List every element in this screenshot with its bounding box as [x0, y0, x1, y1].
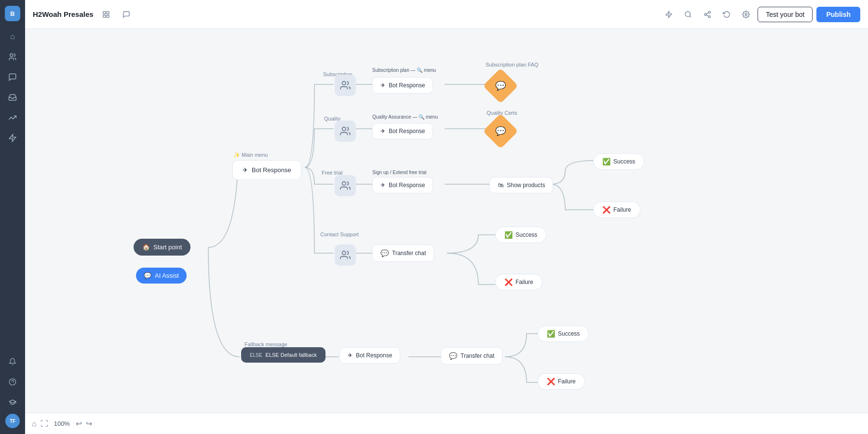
ai-assist-label: AI Assist: [155, 272, 179, 279]
transfer-chat-label-1: Transfer chat: [392, 250, 426, 257]
quality-certs-node[interactable]: 💬: [488, 119, 513, 144]
contact-support-label: Contact Support: [320, 231, 359, 237]
main-menu-bot-response[interactable]: ✈ Bot Response: [232, 160, 301, 180]
sub-br-label: Bot Response: [389, 82, 425, 89]
flash-header-icon[interactable]: [661, 7, 677, 22]
arrange-icon[interactable]: [98, 7, 114, 22]
avatar[interactable]: TF: [5, 414, 20, 428]
success-label-3: Success: [558, 330, 580, 337]
sidebar-item-chat[interactable]: [4, 68, 21, 86]
transfer-chat-node-1[interactable]: 💬 Transfer chat: [372, 244, 434, 262]
transfer-icon-1: 💬: [380, 249, 389, 257]
sidebar-item-help[interactable]: [4, 373, 21, 391]
transfer-success-2[interactable]: ✅ Success: [538, 326, 589, 342]
subscription-plan-label: Subscription plan — 🔍 menu: [372, 68, 436, 73]
subscription-connector[interactable]: [335, 75, 356, 96]
failure-x-icon-2: ❌: [504, 278, 513, 286]
sidebar-item-bell[interactable]: [4, 353, 21, 370]
search-header-icon[interactable]: [680, 7, 696, 22]
sidebar-item-learn[interactable]: [4, 393, 21, 411]
svg-point-13: [708, 15, 710, 17]
svg-point-19: [342, 182, 346, 185]
svg-point-12: [705, 14, 706, 15]
fallback-icon: ELSE: [250, 353, 262, 358]
transfer-icon-2: 💬: [449, 352, 457, 360]
failure-label-1: Failure: [613, 206, 631, 213]
bot-name: H2Woah Presales: [33, 10, 94, 18]
canvas[interactable]: 🏠 Start point 💬 AI Assist ✨ Main menu ✈ …: [25, 29, 868, 434]
main-menu-send-icon: ✈: [243, 166, 248, 174]
failure-label-3: Failure: [558, 378, 576, 385]
quality-connector[interactable]: [335, 121, 356, 142]
svg-point-18: [342, 127, 346, 131]
fb-send-icon: ✈: [348, 352, 353, 359]
svg-point-16: [745, 14, 747, 15]
bottom-bar: ⌂ ⛶ 100% ↩ ↪: [25, 413, 868, 434]
sidebar-item-home[interactable]: ⌂: [4, 28, 21, 45]
qual-br-label: Bot Response: [389, 128, 425, 135]
svg-rect-4: [103, 12, 106, 14]
subscription-bot-response[interactable]: ✈ Bot Response: [372, 77, 433, 94]
sub-send-icon: ✈: [380, 82, 385, 89]
show-products-success[interactable]: ✅ Success: [593, 153, 644, 170]
undo-icon[interactable]: ↩: [76, 419, 82, 428]
qual-send-icon: ✈: [380, 128, 385, 135]
svg-point-17: [342, 81, 346, 85]
show-products-label: Show products: [507, 182, 545, 189]
ai-assist-node[interactable]: 💬 AI Assist: [136, 268, 187, 284]
success-check-icon-3: ✅: [547, 330, 555, 338]
home-canvas-icon[interactable]: ⌂: [32, 420, 37, 428]
contact-support-connector[interactable]: [335, 244, 356, 266]
main-menu-node-label: Bot Response: [252, 166, 291, 174]
start-point-label: Start point: [153, 244, 182, 251]
success-label-1: Success: [613, 158, 635, 165]
fallback-message-label: Fallback message: [244, 341, 287, 347]
quality-bot-response[interactable]: ✈ Bot Response: [372, 123, 433, 139]
success-label-2: Success: [515, 231, 537, 238]
default-fallback-node[interactable]: ELSE ELSE Default fallback: [241, 347, 326, 363]
subscription-faq-node[interactable]: 💬: [488, 73, 513, 98]
sidebar: B ⌂ TF: [0, 0, 25, 434]
redo-icon[interactable]: ↪: [86, 419, 92, 428]
header-left: H2Woah Presales: [33, 7, 134, 22]
svg-point-11: [708, 11, 710, 13]
transfer-failure-1[interactable]: ❌ Failure: [495, 274, 542, 290]
sidebar-item-users[interactable]: [4, 48, 21, 66]
success-check-icon-2: ✅: [504, 231, 513, 239]
svg-line-15: [706, 13, 709, 14]
expand-canvas-icon[interactable]: ⛶: [41, 420, 48, 428]
svg-marker-8: [666, 11, 672, 17]
settings-header-icon[interactable]: [738, 7, 754, 22]
sidebar-item-inbox[interactable]: [4, 89, 21, 106]
fallback-bot-response[interactable]: ✈ Bot Response: [339, 347, 400, 364]
failure-x-icon-1: ❌: [602, 206, 610, 214]
history-header-icon[interactable]: [719, 7, 734, 22]
free-trial-connector[interactable]: [335, 175, 356, 196]
svg-point-20: [342, 251, 346, 255]
publish-button[interactable]: Publish: [816, 7, 860, 22]
transfer-chat-node-2[interactable]: 💬 Transfer chat: [441, 347, 502, 365]
default-fallback-label: ELSE Default fallback: [266, 352, 317, 358]
failure-x-icon-3: ❌: [547, 378, 555, 385]
start-point-node[interactable]: 🏠 Start point: [134, 239, 190, 256]
svg-line-10: [690, 16, 691, 17]
transfer-success-1[interactable]: ✅ Success: [495, 227, 546, 243]
start-point-icon: 🏠: [142, 244, 150, 251]
show-products-node[interactable]: 🛍 Show products: [489, 177, 553, 193]
transfer-failure-2[interactable]: ❌ Failure: [538, 373, 585, 390]
show-products-failure[interactable]: ❌ Failure: [593, 202, 640, 218]
header-right: Test your bot Publish: [661, 7, 860, 22]
ft-send-icon: ✈: [380, 182, 385, 189]
chat-bubble-icon[interactable]: [119, 7, 134, 22]
zoom-level: 100%: [54, 420, 70, 427]
sidebar-item-analytics[interactable]: [4, 109, 21, 126]
quality-assurance-label: Quality Assurance — 🔍 menu: [372, 114, 438, 120]
svg-point-9: [685, 12, 691, 17]
test-bot-button[interactable]: Test your bot: [758, 7, 813, 22]
share-header-icon[interactable]: [700, 7, 715, 22]
svg-marker-1: [9, 135, 16, 142]
free-trial-bot-response[interactable]: ✈ Bot Response: [372, 177, 433, 193]
success-check-icon: ✅: [602, 158, 610, 165]
subscription-faq-label: Subscription plan FAQ: [486, 62, 524, 68]
sidebar-item-automation[interactable]: [4, 129, 21, 147]
